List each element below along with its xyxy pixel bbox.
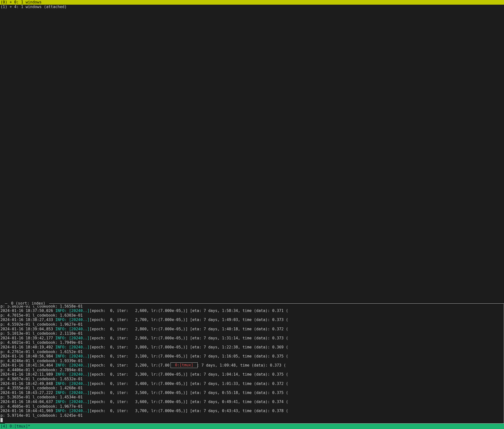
log-line: p: 4.9057e-01 l_codebook: 1.6532e-01: [0, 377, 501, 381]
log-line: 2024-01-16 18:42:49,848 INFO: [20240..][…: [0, 381, 501, 386]
log-line: 2024-01-16 18:43:27,222 INFO: [20240..][…: [0, 391, 501, 395]
log-line: p: 4.5592e-01 l_codebook: 1.9627e-01: [0, 322, 501, 327]
log-line: p: 4.7015e-01 l_codebook: 1.6303e-01: [0, 313, 501, 318]
log-line: 2024-01-16 18:39:04,853 INFO: [20240..][…: [0, 327, 501, 332]
preview-pane: 0 (sort: index) p: 5.0633e-01 l_codebook…: [0, 303, 504, 424]
log-line: 2024-01-16 18:40:19,492 INFO: [20240..][…: [0, 345, 501, 350]
cursor: [0, 418, 3, 422]
session-row[interactable]: (0) + 0: 1 windows: [0, 0, 504, 5]
window-indicator-overlay: 0:[tmux]: [171, 362, 198, 368]
tmux-session-list: (0) + 0: 1 windows(1) + 4: 1 windows (at…: [0, 0, 504, 9]
log-line: p: 4.3555e-01 l_codebook: 1.4268e-01: [0, 386, 501, 391]
log-line: p: 4.6021e-01 l_codebook: 1.7949e-01: [0, 340, 501, 345]
log-line: p: 5.3635e-01 l_codebook: 1.4534e-01: [0, 395, 501, 400]
session-row[interactable]: (1) + 4: 1 windows (attached): [0, 5, 504, 9]
log-line: 2024-01-16 18:41:34,464 INFO: [20240..][…: [0, 363, 501, 368]
log-line: 2024-01-16 18:39:42,177 INFO: [20240..][…: [0, 336, 501, 341]
log-line: p: 4.2761e-01 l_codebook: 1.6152e-01: [0, 350, 501, 354]
log-line: 2024-01-16 18:42:11,989 INFO: [20240..][…: [0, 372, 501, 377]
log-output[interactable]: p: 5.0633e-01 l_codebook: 1.5658e-012024…: [0, 304, 501, 422]
log-line: 2024-01-16 18:38:27,433 INFO: [20240..][…: [0, 318, 501, 322]
tmux-status-bar: [4] 0:[tmux]*: [0, 424, 504, 429]
log-line: p: 4.4406e-01 l_codebook: 2.7894e-01: [0, 368, 501, 372]
log-line: p: 4.0246e-01 l_codebook: 1.9339e-01: [0, 359, 501, 363]
log-line: 2024-01-16 18:37:50,026 INFO: [20240..][…: [0, 309, 501, 313]
log-line: p: 5.1013e-01 l_codebook: 2.1110e-01: [0, 331, 501, 336]
log-line: 2024-01-16 18:40:56,984 INFO: [20240..][…: [0, 354, 501, 359]
log-line: p: 4.4605e-01 l_codebook: 1.9677e-01: [0, 404, 501, 409]
pane-title: 0 (sort: index): [7, 301, 49, 306]
log-line: p: 5.0633e-01 l_codebook: 1.5658e-01: [0, 304, 501, 309]
log-line: p: 5.9714e-01 l_codebook: 1.6245e-01: [0, 413, 501, 418]
log-line: 2024-01-16 18:44:41,969 INFO: [20240..][…: [0, 409, 501, 413]
log-line: 2024-01-16 18:44:04,637 INFO: [20240..][…: [0, 400, 501, 404]
cursor-line: [0, 418, 501, 422]
